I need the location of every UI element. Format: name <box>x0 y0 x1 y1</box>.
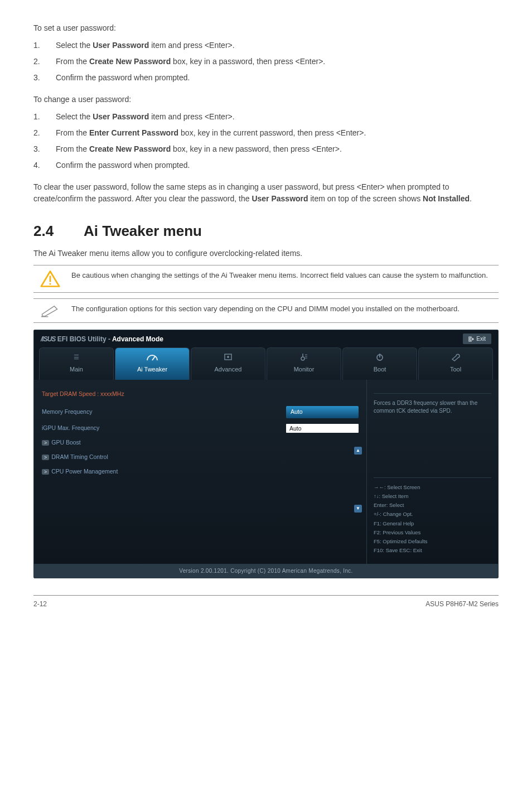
caution-icon <box>33 270 67 288</box>
svg-line-3 <box>152 356 155 360</box>
key-help: F5: Optimized Defaults <box>374 538 491 545</box>
tab-label: Boot <box>374 366 386 373</box>
cpu-power-management-item[interactable]: >CPU Power Management <box>42 467 359 476</box>
step-text: box, key in a password, then press <Ente… <box>171 57 325 66</box>
bios-right-pane: Forces a DDR3 frequency slower than the … <box>366 380 498 564</box>
step-text: From the <box>56 128 89 137</box>
section-number: 2.4 <box>33 220 84 242</box>
item-label: DRAM Timing Control <box>51 453 108 460</box>
gauge-icon <box>118 352 187 363</box>
bios-tabs: ☰ Main Ai Tweaker Advanced Monitor Bo <box>34 347 498 380</box>
step-num: 1. <box>33 111 56 123</box>
tab-advanced[interactable]: Advanced <box>191 347 265 380</box>
step-bold: Enter Current Password <box>89 128 178 137</box>
step-text: Confirm the password when prompted. <box>56 161 190 170</box>
step-text: box, key in a new password, then press <… <box>171 144 342 153</box>
note-icon <box>33 303 67 318</box>
step-num: 3. <box>33 72 56 84</box>
steps-change-password: 1.Select the User Password item and pres… <box>33 111 499 171</box>
step-body: Select the User Password item and press … <box>56 111 499 123</box>
step-body: Select the User Password item and press … <box>56 40 499 51</box>
tab-tool[interactable]: Tool <box>418 347 493 380</box>
svg-point-6 <box>301 357 304 360</box>
product-name: ASUS P8H67-M2 Series <box>425 599 499 609</box>
igpu-max-frequency-label: iGPU Max. Frequency <box>42 424 99 433</box>
memory-frequency-label: Memory Frequency <box>42 408 92 417</box>
key-help: Enter: Select <box>374 501 491 509</box>
step-body: From the Create New Password box, key in… <box>56 56 499 67</box>
target-dram-speed: Target DRAM Speed : xxxxMHz <box>42 390 359 399</box>
section-lead: The Ai Tweaker menu items allow you to c… <box>33 248 499 259</box>
intro-change-password: To change a user password: <box>33 94 499 105</box>
memory-frequency-value[interactable]: Auto <box>286 406 359 418</box>
scroll-down-button[interactable]: ▼ <box>354 505 362 513</box>
key-help: F2: Previous Values <box>374 529 491 537</box>
key-help: F10: Save ESC: Exit <box>374 547 491 554</box>
step-bold: User Password <box>93 112 149 121</box>
memory-frequency-row[interactable]: Memory Frequency Auto <box>42 406 359 418</box>
step-bold: User Password <box>93 41 149 50</box>
step-text: Select the <box>56 41 93 50</box>
step-bold: Create New Password <box>89 144 171 153</box>
intro-set-password: To set a user password: <box>33 22 499 34</box>
bios-window: /ISUS EFI BIOS Utility - Advanced Mode E… <box>33 330 499 578</box>
step-text: From the <box>56 144 89 153</box>
caution-text: Be cautious when changing the settings o… <box>67 270 499 281</box>
tab-label: Tool <box>450 366 461 373</box>
step-num: 2. <box>33 127 56 139</box>
step-num: 1. <box>33 40 56 51</box>
step-num: 4. <box>33 160 56 171</box>
steps-set-password: 1.Select the User Password item and pres… <box>33 40 499 84</box>
bios-title-mode: Advanced Mode <box>112 335 163 343</box>
scroll-up-button[interactable]: ▲ <box>354 447 362 455</box>
text-bold: User Password <box>252 194 308 203</box>
help-text: Forces a DDR3 frequency slower than the … <box>374 399 491 415</box>
key-help: F1: General Help <box>374 520 491 528</box>
key-help-list: →←: Select Screen ↑↓: Select Item Enter:… <box>374 484 491 555</box>
exit-button[interactable]: Exit <box>463 334 491 344</box>
gpu-boost-item[interactable]: >GPU Boost <box>42 438 359 447</box>
igpu-max-frequency-row[interactable]: iGPU Max. Frequency <box>42 424 359 433</box>
exit-icon <box>468 336 474 342</box>
tab-boot[interactable]: Boot <box>342 347 417 380</box>
dram-timing-control-item[interactable]: >DRAM Timing Control <box>42 453 359 462</box>
section-title: Ai Tweaker menu <box>84 220 202 242</box>
step-bold: Create New Password <box>89 57 171 66</box>
page-number: 2-12 <box>33 599 47 609</box>
key-help: +/-: Change Opt. <box>374 510 491 518</box>
clear-password-paragraph: To clear the user password, follow the s… <box>33 181 499 205</box>
tab-label: Monitor <box>294 366 315 373</box>
chevron-right-icon: > <box>42 455 49 460</box>
bios-title-text: EFI BIOS Utility - <box>57 335 112 343</box>
tab-ai-tweaker[interactable]: Ai Tweaker <box>115 347 190 380</box>
bios-footer: Version 2.00.1201. Copyright (C) 2010 Am… <box>34 564 498 578</box>
chevron-right-icon: > <box>42 469 49 475</box>
bios-body: Target DRAM Speed : xxxxMHz Memory Frequ… <box>34 380 498 564</box>
text: . <box>470 194 472 203</box>
chip-icon <box>194 352 263 363</box>
svg-point-1 <box>49 283 51 284</box>
igpu-max-frequency-input[interactable] <box>286 424 359 433</box>
step-text: item and press <Enter>. <box>149 112 234 121</box>
key-help: ↑↓: Select Item <box>374 492 491 500</box>
bios-left-pane: Target DRAM Speed : xxxxMHz Memory Frequ… <box>34 380 366 564</box>
key-help: →←: Select Screen <box>374 484 491 491</box>
step-text: Select the <box>56 112 93 121</box>
text-bold: Not Installed <box>423 194 470 203</box>
note-callout: The configuration options for this secti… <box>33 298 499 323</box>
tab-label: Ai Tweaker <box>137 366 167 373</box>
tab-monitor[interactable]: Monitor <box>267 347 341 380</box>
step-text: Confirm the password when prompted. <box>56 73 190 82</box>
tab-main[interactable]: ☰ Main <box>39 347 114 380</box>
step-body: From the Create New Password box, key in… <box>56 143 499 155</box>
tab-label: Advanced <box>215 366 242 373</box>
text: item on top of the screen shows <box>308 194 423 203</box>
page-footer: 2-12 ASUS P8H67-M2 Series <box>33 595 499 609</box>
note-text: The configuration options for this secti… <box>67 303 499 315</box>
list-icon: ☰ <box>42 352 111 363</box>
item-label: CPU Power Management <box>51 468 118 475</box>
wrench-icon <box>421 352 490 363</box>
step-body: Confirm the password when prompted. <box>56 72 499 84</box>
step-text: box, key in the current password, then p… <box>178 128 366 137</box>
step-text: item and press <Enter>. <box>149 41 234 50</box>
